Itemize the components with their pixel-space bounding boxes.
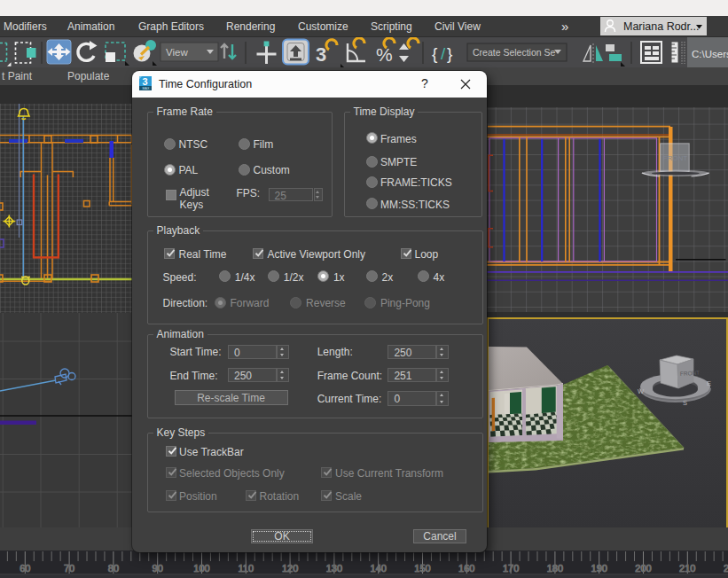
- svg-text:140: 140: [371, 563, 387, 574]
- svg-text:170: 170: [503, 563, 519, 574]
- svg-text:W: W: [638, 387, 645, 395]
- svg-text:{: {: [432, 44, 438, 63]
- svg-text:200: 200: [635, 563, 651, 574]
- svg-text:210: 210: [679, 563, 695, 574]
- svg-text:120: 120: [282, 563, 298, 574]
- svg-text:70: 70: [64, 563, 74, 574]
- svg-text:Create Selection Se: Create Selection Se: [473, 47, 556, 58]
- svg-text:}: }: [447, 44, 452, 63]
- svg-text:180: 180: [547, 563, 563, 574]
- svg-text:FRONT: FRONT: [663, 154, 688, 162]
- svg-text:View: View: [166, 47, 188, 58]
- svg-text:S: S: [683, 399, 687, 407]
- svg-text:80: 80: [108, 563, 119, 574]
- svg-text:160: 160: [458, 563, 474, 574]
- svg-text:/: /: [441, 44, 446, 63]
- svg-text:220: 220: [724, 563, 728, 574]
- svg-text:100: 100: [193, 563, 209, 574]
- svg-text:3: 3: [143, 76, 148, 87]
- svg-text:E: E: [707, 379, 711, 387]
- svg-text:90: 90: [153, 563, 163, 574]
- svg-text:150: 150: [414, 563, 430, 574]
- svg-text:C:\Users: C:\Users: [692, 49, 728, 59]
- svg-text:130: 130: [326, 563, 342, 574]
- svg-text:190: 190: [591, 563, 607, 574]
- svg-text:3: 3: [316, 43, 326, 66]
- svg-text:MAX: MAX: [143, 87, 150, 90]
- svg-text:FRONT: FRONT: [680, 369, 701, 377]
- svg-text:60: 60: [20, 563, 30, 574]
- svg-text:Mariana Rodr...: Mariana Rodr...: [623, 20, 699, 33]
- svg-text:110: 110: [239, 563, 254, 574]
